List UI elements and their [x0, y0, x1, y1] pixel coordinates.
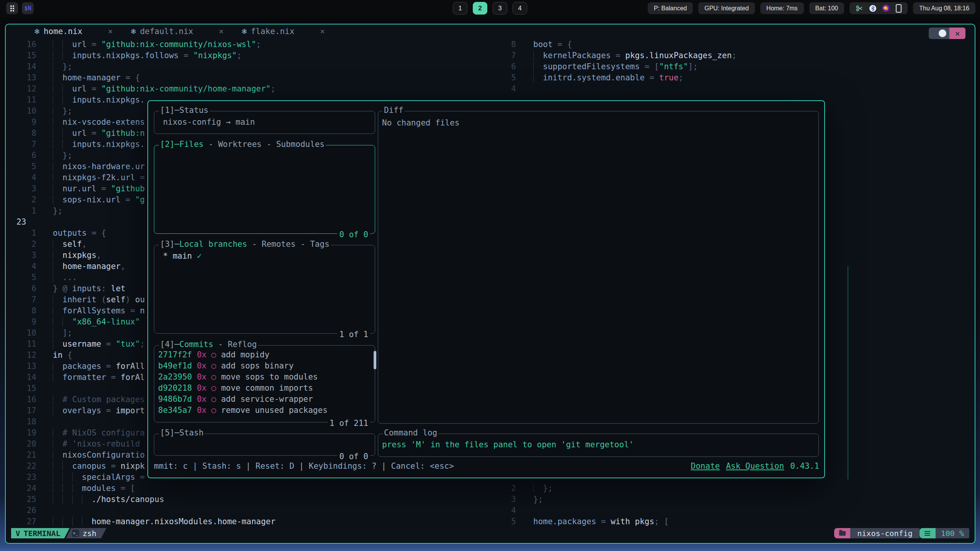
commits-scrollbar[interactable] — [374, 351, 376, 369]
code-token — [53, 129, 72, 138]
code-token: "g — [135, 195, 145, 204]
editor-right-pane-bottom[interactable]: 2 };3};45home.packages = with pkgs; [ — [501, 483, 669, 527]
line-number: 5 — [6, 161, 38, 172]
code-token: = [ — [640, 62, 659, 71]
code-token — [53, 328, 62, 337]
commit-author: 0x — [197, 406, 211, 415]
code-token: }; — [62, 62, 72, 71]
lazygit-commits-panel[interactable]: [4]─Commits - Reflog 2717f2f 0x ○ add mo… — [154, 345, 375, 422]
tab-flake.nix[interactable]: ❄flake.nix× — [241, 27, 325, 36]
line-number: 4 — [6, 261, 38, 272]
terminal-prompt-icon: >_ — [72, 530, 79, 537]
donate-link[interactable]: Donate — [691, 461, 720, 471]
commit-row[interactable]: d920218 0x ○ move common imports — [158, 383, 371, 394]
line-number: 26 — [6, 505, 38, 516]
status-module-0: P: Balanced — [648, 2, 693, 14]
commit-row[interactable]: b49ef1d 0x ○ add sops binary — [158, 360, 371, 372]
workspace-button-2[interactable]: 2 — [473, 2, 487, 15]
code-token: forAllSystems — [62, 306, 125, 315]
text-segment: - Worktrees - Submodules — [204, 140, 325, 149]
shell-tab[interactable]: >_ zsh — [66, 528, 106, 538]
lazygit-branches-panel[interactable]: [3]─Local branches - Remotes - Tags * ma… — [154, 245, 375, 334]
close-icon: × — [955, 29, 960, 38]
lazygit-files-panel[interactable]: [2]─Files - Worktrees - Submodules 0 of … — [154, 145, 375, 234]
line-number: 13 — [6, 361, 38, 372]
ask-question-link[interactable]: Ask Question — [726, 461, 784, 471]
tab-label: home.nix — [44, 27, 82, 36]
workspace-button-4[interactable]: 4 — [513, 2, 527, 15]
line-number: 9 — [6, 316, 38, 328]
folder-icon — [839, 531, 846, 536]
text-segment: No changed files — [382, 118, 459, 127]
app-launcher-button[interactable] — [6, 2, 18, 14]
code-text: kernelPackages = pkgs.linuxPackages_zen; — [533, 50, 737, 61]
code-line: 15 inputs.nixpkgs.follows = "nixpkgs"; — [6, 50, 500, 61]
code-text: modules = [ — [53, 483, 135, 494]
code-text: }; — [53, 61, 72, 72]
tab-home.nix[interactable]: ❄home.nix× — [34, 27, 113, 36]
code-token: "nixpkgs" — [193, 51, 237, 60]
code-line: 14 }; — [6, 61, 500, 72]
panel-row[interactable]: * main ✓ — [158, 251, 371, 262]
code-token — [53, 251, 62, 260]
bluetooth-icon[interactable] — [869, 5, 876, 12]
status-module-3: Bat: 100 — [809, 2, 844, 14]
tab-close-icon[interactable]: × — [219, 27, 224, 36]
top-status-bar: $N 1234 P: BalancedGPU: IntegratedHome: … — [0, 0, 980, 17]
text-segment: - Remotes - Tags — [247, 240, 330, 249]
editor-right-pane-top[interactable]: 8boot = {7 kernelPackages = pkgs.linuxPa… — [501, 39, 737, 95]
code-text: nixpkgs, — [53, 250, 101, 261]
code-token: , — [96, 251, 101, 260]
code-token: # NixOS configura — [62, 428, 145, 437]
panel-row[interactable]: press 'M' in the files panel to open 'gi… — [382, 439, 815, 450]
code-token: "x86_64-linux" — [72, 317, 140, 326]
workspace-button-3[interactable]: 3 — [493, 2, 507, 15]
code-line: 3}; — [501, 494, 669, 505]
code-token — [533, 51, 543, 60]
code-text: }; — [53, 205, 62, 217]
line-number: 15 — [6, 50, 38, 61]
panel-row[interactable]: No changed files — [382, 117, 815, 129]
code-token: = — [87, 84, 101, 93]
code-token: let — [111, 284, 126, 293]
commit-row[interactable]: 9486b7d 0x ○ add service-wrapper — [158, 394, 371, 405]
commit-message: remove unused packages — [221, 406, 327, 415]
code-token: , — [121, 262, 126, 271]
workspace-button-1[interactable]: 1 — [453, 2, 467, 15]
lazygit-command-log-panel[interactable]: Command log press 'M' in the files panel… — [378, 434, 819, 457]
panel-row[interactable]: nixos-config → main — [158, 117, 371, 128]
code-text: inherit (self) ou — [53, 294, 145, 305]
code-token: = — [596, 517, 611, 526]
code-token: ( — [96, 295, 106, 304]
commit-row[interactable]: 8e345a7 0x ○ remove unused packages — [158, 405, 371, 416]
commit-hash: 2a23950 — [158, 372, 197, 381]
tab-close-icon[interactable]: × — [108, 27, 113, 36]
mode-indicator: V TERMINAL — [11, 528, 70, 538]
code-text: nur.url = "github — [53, 183, 145, 194]
commit-graph-node: ○ — [211, 372, 221, 381]
code-token: ]; — [62, 328, 72, 337]
code-token: ; — [732, 51, 737, 60]
code-token: nix-vscode-extens — [62, 117, 145, 127]
tab-close-icon[interactable]: × — [320, 27, 325, 36]
nix-badge[interactable]: $N — [22, 2, 34, 14]
scissors-icon[interactable] — [856, 5, 863, 12]
close-pane-button[interactable]: × — [949, 28, 965, 39]
line-number: 5 — [6, 272, 38, 283]
scroll-percent: 100 % — [936, 528, 969, 538]
line-number: 4 — [6, 172, 38, 183]
pin-toggle[interactable] — [929, 28, 949, 39]
commit-row[interactable]: 2a23950 0x ○ move sops to modules — [158, 372, 371, 383]
code-text: }; — [53, 106, 72, 117]
tab-bar: ❄home.nix×❄default.nix×❄flake.nix× — [6, 24, 975, 38]
line-number: 23 — [6, 217, 38, 228]
commit-row[interactable]: 2717f2f 0x ○ add mopidy — [158, 349, 371, 360]
phone-icon[interactable] — [896, 4, 902, 13]
flame-icon[interactable] — [882, 5, 890, 12]
code-token: ; — [271, 84, 276, 93]
tab-default.nix[interactable]: ❄default.nix× — [131, 27, 224, 36]
lazygit-diff-panel[interactable]: Diff No changed files — [378, 111, 819, 424]
lazygit-stash-panel[interactable]: [5]─Stash 0 of 0 — [154, 434, 375, 456]
line-number: 25 — [6, 494, 38, 505]
lazygit-status-panel[interactable]: [1]─Status nixos-config → main — [154, 111, 375, 134]
